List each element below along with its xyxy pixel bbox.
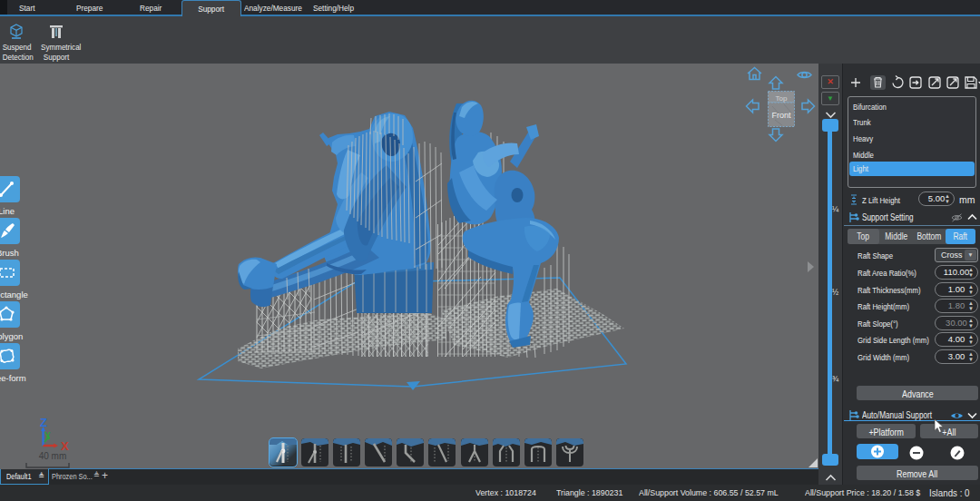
svg-text:Top: Top <box>776 94 788 103</box>
svg-text:Z: Z <box>40 416 47 429</box>
svg-text:Front: Front <box>771 111 791 120</box>
